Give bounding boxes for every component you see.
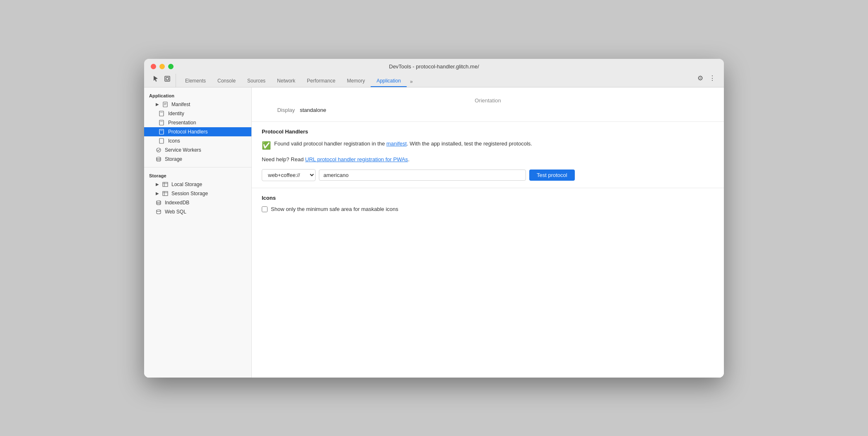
check-circle-icon: ✅ xyxy=(262,140,271,151)
help-text: Need help? Read URL protocol handler reg… xyxy=(262,155,714,164)
sidebar-item-storage[interactable]: Storage xyxy=(144,155,251,164)
main-panel: Orientation Display standalone Protocol … xyxy=(252,87,724,378)
svg-point-14 xyxy=(157,157,161,159)
svg-point-21 xyxy=(157,201,161,202)
more-menu-button[interactable]: ⋮ xyxy=(707,73,717,84)
identity-icon xyxy=(159,111,166,116)
tab-application[interactable]: Application xyxy=(371,75,407,87)
svg-rect-1 xyxy=(166,78,169,80)
sidebar-item-icons[interactable]: Icons xyxy=(144,136,251,145)
settings-button[interactable]: ⚙ xyxy=(696,73,705,84)
orientation-display-section: Orientation Display standalone xyxy=(252,87,724,122)
session-storage-icon xyxy=(162,191,169,196)
titlebar: DevTools - protocol-handler.glitch.me/ E… xyxy=(144,59,724,87)
indexed-db-label: IndexedDB xyxy=(165,200,189,206)
success-text: Found valid protocol handler registratio… xyxy=(274,140,532,148)
icons-title: Icons xyxy=(262,195,714,201)
cursor-tool-button[interactable] xyxy=(151,74,161,84)
tab-bar: Elements Console Sources Network Perform… xyxy=(179,75,416,87)
maskable-icons-label: Show only the minimum safe area for mask… xyxy=(271,206,398,212)
success-message: ✅ Found valid protocol handler registrat… xyxy=(262,140,714,151)
web-sql-icon xyxy=(156,209,162,215)
icons-label: Icons xyxy=(168,138,180,144)
tab-sources[interactable]: Sources xyxy=(241,75,271,87)
tab-memory[interactable]: Memory xyxy=(341,75,371,87)
manifest-icon xyxy=(162,102,169,107)
svg-rect-8 xyxy=(159,120,164,125)
main-content: Application ▶ Manifest xyxy=(144,87,724,378)
protocol-handlers-title: Protocol Handlers xyxy=(262,128,714,135)
protocol-select[interactable]: web+coffee:// xyxy=(262,169,316,181)
session-storage-expand-arrow: ▶ xyxy=(156,191,159,196)
application-section-header: Application xyxy=(144,91,251,100)
protocol-handlers-label: Protocol Handlers xyxy=(168,129,207,135)
toolbar-tools xyxy=(151,74,176,87)
sidebar-item-session-storage[interactable]: ▶ Session Storage xyxy=(144,189,251,198)
svg-rect-12 xyxy=(159,138,164,143)
svg-point-13 xyxy=(157,148,161,152)
storage-icon xyxy=(156,156,162,162)
display-value: standalone xyxy=(300,107,326,113)
minimize-button[interactable] xyxy=(159,64,165,69)
sidebar-item-protocol-handlers[interactable]: Protocol Handlers xyxy=(144,127,251,136)
storage-label: Storage xyxy=(165,156,182,162)
storage-section-header: Storage xyxy=(144,171,251,180)
presentation-label: Presentation xyxy=(168,120,196,126)
sidebar-item-identity[interactable]: Identity xyxy=(144,109,251,118)
success-suffix: . With the app installed, test the regis… xyxy=(407,140,532,147)
protocol-input[interactable] xyxy=(319,170,526,181)
sidebar-item-web-sql[interactable]: Web SQL xyxy=(144,207,251,216)
service-workers-label: Service Workers xyxy=(165,147,201,153)
manifest-label: Manifest xyxy=(171,102,190,107)
sidebar-item-local-storage[interactable]: ▶ Local Storage xyxy=(144,180,251,189)
local-storage-label: Local Storage xyxy=(171,182,202,187)
local-storage-expand-arrow: ▶ xyxy=(156,182,159,187)
pwa-help-link[interactable]: URL protocol handler registration for PW… xyxy=(305,156,408,162)
svg-rect-2 xyxy=(163,102,167,107)
tab-network[interactable]: Network xyxy=(271,75,301,87)
service-workers-icon xyxy=(156,147,162,153)
identity-label: Identity xyxy=(168,111,184,116)
titlebar-top: DevTools - protocol-handler.glitch.me/ xyxy=(151,64,717,69)
sidebar: Application ▶ Manifest xyxy=(144,87,252,378)
presentation-icon xyxy=(159,120,166,126)
devtools-window: DevTools - protocol-handler.glitch.me/ E… xyxy=(144,59,724,378)
titlebar-right-actions: ⚙ ⋮ xyxy=(696,73,717,87)
protocol-test-row: web+coffee:// Test protocol xyxy=(262,169,714,181)
display-label: Display xyxy=(262,107,295,113)
window-controls xyxy=(151,64,174,69)
protocol-handlers-section: Protocol Handlers ✅ Found valid protocol… xyxy=(252,122,724,189)
tab-console[interactable]: Console xyxy=(212,75,241,87)
protocol-handlers-icon xyxy=(159,129,166,135)
maximize-button[interactable] xyxy=(168,64,174,69)
tab-performance[interactable]: Performance xyxy=(301,75,341,87)
manifest-expand-arrow: ▶ xyxy=(156,102,159,107)
more-tabs-button[interactable]: » xyxy=(407,76,416,87)
inspector-tool-button[interactable] xyxy=(162,74,172,84)
web-sql-label: Web SQL xyxy=(165,209,186,215)
sidebar-item-presentation[interactable]: Presentation xyxy=(144,118,251,127)
sidebar-item-service-workers[interactable]: Service Workers xyxy=(144,145,251,155)
session-storage-label: Session Storage xyxy=(171,191,208,196)
maskable-icons-row: Show only the minimum safe area for mask… xyxy=(262,206,714,212)
window-title: DevTools - protocol-handler.glitch.me/ xyxy=(389,63,479,70)
svg-rect-6 xyxy=(159,111,164,116)
test-protocol-button[interactable]: Test protocol xyxy=(529,170,575,181)
sidebar-item-manifest[interactable]: ▶ Manifest xyxy=(144,100,251,109)
sidebar-divider xyxy=(144,167,251,167)
sidebar-item-indexed-db[interactable]: IndexedDB xyxy=(144,198,251,207)
display-row: Display standalone xyxy=(262,107,714,113)
local-storage-icon xyxy=(162,182,169,187)
manifest-link[interactable]: manifest xyxy=(386,140,407,147)
maskable-icons-checkbox[interactable] xyxy=(262,206,268,212)
svg-rect-15 xyxy=(163,182,168,187)
svg-point-22 xyxy=(157,210,161,211)
close-button[interactable] xyxy=(151,64,156,69)
help-prefix: Need help? Read xyxy=(262,156,305,162)
svg-rect-0 xyxy=(165,76,170,81)
tab-elements[interactable]: Elements xyxy=(179,75,212,87)
icons-icon xyxy=(159,138,166,144)
icons-section: Icons Show only the minimum safe area fo… xyxy=(252,188,724,219)
success-prefix: Found valid protocol handler registratio… xyxy=(274,140,386,147)
svg-rect-18 xyxy=(163,191,168,196)
